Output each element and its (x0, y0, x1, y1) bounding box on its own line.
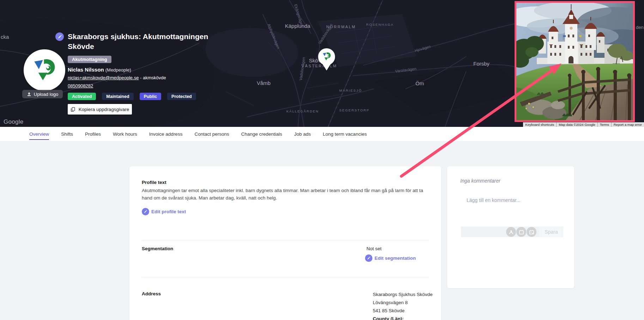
phone-link[interactable]: 0850908282 (68, 83, 93, 88)
tab-change-credentials[interactable]: Change credentials (241, 127, 282, 141)
profile-text-heading: Profile text (142, 180, 166, 185)
map-label-cka: cka (1, 34, 9, 40)
tab-profiles[interactable]: Profiles (85, 127, 101, 141)
overview-card: Profile text Akutmottagningen tar emot a… (129, 166, 441, 320)
map-label-segerstorp: SEGERSTORP (339, 108, 370, 112)
copy-icon (71, 107, 75, 112)
edit-profile-text-button[interactable]: Edit profile text (142, 208, 186, 215)
status-badge-protected: Protected (167, 93, 196, 100)
edit-segmentation-button[interactable]: Edit segmentation (365, 254, 416, 262)
facility-title: Skaraborgs sjukhus: Akutmottagningen Skö… (68, 32, 208, 51)
pencil-icon (57, 35, 62, 39)
tab-contact-persons[interactable]: Contact persons (194, 127, 229, 141)
google-maps-logo[interactable]: Google (4, 118, 24, 125)
divider (142, 240, 429, 240)
facility-type-badge: Akutmottagning (68, 56, 111, 63)
comment-toolbar: Spara (461, 227, 563, 237)
mention-user-icon[interactable] (506, 227, 516, 237)
comment-placeholder: Lägg till en kommentar... (467, 197, 521, 203)
pencil-icon (142, 208, 149, 215)
calendar-icon[interactable] (516, 227, 526, 237)
tab-long-term-vacancies[interactable]: Long term vacancies (323, 127, 367, 141)
address-line: Skaraborgs Sjukhus Skövde (373, 290, 433, 299)
tab-invoice-address[interactable]: Invoice address (149, 127, 183, 141)
map-location-pin[interactable] (317, 47, 336, 72)
facility-admin-page: ckaKäpplundaNORRMALMROSENHAGASkövdeVÄSTE… (0, 0, 644, 320)
contact-email-line: niclas+akmskovde@medpeople.se - akmskövd… (68, 75, 166, 80)
save-comment-button[interactable]: Spara (539, 227, 563, 237)
comment-input[interactable]: Lägg till en kommentar... (461, 187, 563, 227)
castle-photo (516, 3, 633, 120)
map-label-rosenhaga: ROSENHAGA (366, 23, 394, 26)
map-label-källegården: KÄLLEGÅRDEN (286, 109, 319, 113)
map-label-forsby: Forsby (473, 61, 490, 67)
status-badge-public: Public (140, 93, 162, 100)
map-attribution-map-data-2024-google: Map data ©2024 Google (556, 122, 597, 127)
profile-text-body: Akutmottagningen tar emot alla specialit… (142, 187, 429, 202)
divider (142, 277, 429, 277)
facility-logo (24, 49, 65, 91)
map-attribution: Keyboard shortcutsMap data ©2024 GoogleT… (523, 122, 644, 127)
county-label: County (Län): (373, 315, 433, 320)
address-line: Lövängsvägen 8 (373, 299, 433, 307)
map-header[interactable]: ckaKäpplundaNORRMALMROSENHAGASkövdeVÄSTE… (0, 0, 644, 127)
map-label-den: den (636, 25, 644, 30)
address-line: 541 85 Skövde (373, 307, 433, 315)
pencil-icon (365, 254, 372, 262)
tab-bar: OverviewShiftsProfilesWork hoursInvoice … (0, 127, 644, 141)
contact-name: Niclas Nilsson (Medpeople) (68, 67, 131, 73)
address-heading: Address (142, 291, 161, 296)
tab-overview[interactable]: Overview (29, 127, 49, 141)
contact-org: (Medpeople) (105, 67, 131, 73)
tab-work-hours[interactable]: Work hours (113, 127, 137, 141)
segmentation-value: Not set (366, 246, 382, 251)
segmentation-heading: Segmentation (142, 246, 173, 251)
map-attribution-terms[interactable]: Terms (597, 122, 611, 127)
map-attribution-report-a-map-error[interactable]: Report a map error (611, 122, 644, 127)
tab-shifts[interactable]: Shifts (61, 127, 73, 141)
upload-icon (27, 92, 31, 97)
copy-principal-button[interactable]: Kopiera uppdragsgivare (68, 104, 132, 115)
status-badge-activated: Activated (68, 93, 96, 100)
status-badges: ActivatedMaintainedPublicProtected (68, 93, 196, 100)
annotated-castle-image (515, 1, 635, 122)
edit-title-icon[interactable] (55, 32, 64, 41)
content-area: Profile text Akutmottagningen tar emot a… (0, 141, 644, 320)
map-label-våmb: Våmb (257, 80, 271, 86)
email-suffix: - akmskövde (140, 75, 166, 80)
map-attribution-keyboard-shortcuts[interactable]: Keyboard shortcuts (523, 122, 556, 127)
email-link[interactable]: niclas+akmskovde@medpeople.se (68, 75, 139, 80)
calendar-check-icon[interactable] (527, 227, 536, 237)
map-label-öm: Öm (415, 80, 424, 86)
map-label-mariesjö: MARIESJÖ (339, 88, 362, 92)
comments-panel: Inga kommentarer Lägg till en kommentar.… (447, 166, 574, 288)
map-label-käpplunda: Käpplunda (285, 23, 310, 29)
no-comments-text: Inga kommentarer (460, 178, 500, 184)
status-badge-maintained: Maintained (102, 93, 133, 100)
vgr-logo-icon (32, 59, 57, 82)
address-value: Skaraborgs Sjukhus SkövdeLövängsvägen 85… (373, 290, 433, 320)
upload-logo-button[interactable]: Upload logo (22, 90, 63, 98)
tab-job-ads[interactable]: Job ads (294, 127, 311, 141)
